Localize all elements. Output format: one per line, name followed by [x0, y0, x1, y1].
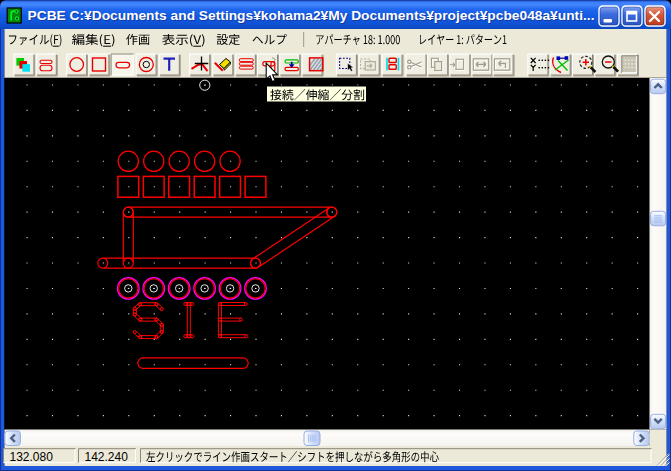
- svg-text:PCBE C:¥Documents and Settin: PCBE C:¥Documents and Settings¥kohama2¥M…: [28, 8, 595, 23]
- svg-text:132.080: 132.080: [10, 450, 54, 464]
- svg-text:142.240: 142.240: [85, 450, 129, 464]
